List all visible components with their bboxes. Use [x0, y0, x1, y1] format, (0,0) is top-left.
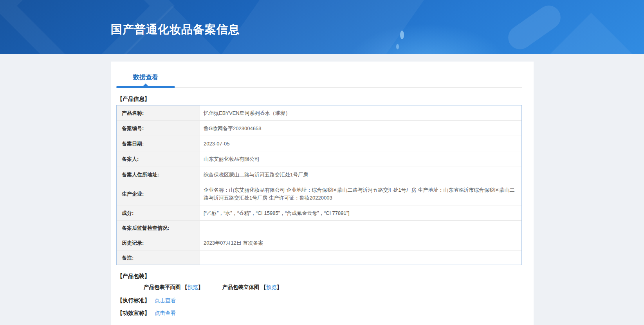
row-value: 忆佰氛EBYVEN星河系列香水（璀璨） — [200, 105, 521, 120]
table-row: 备案后监督检查情况: — [117, 221, 521, 235]
bracket-open: 【 — [182, 284, 188, 290]
row-value: 2023-07-05 — [200, 136, 521, 151]
packaging-stereo-preview-link[interactable]: 预览 — [266, 284, 277, 290]
tab-active-indicator — [116, 86, 175, 88]
row-label: 备案日期: — [117, 136, 200, 151]
product-info-section-title: 【产品信息】 — [117, 96, 522, 103]
packaging-stereo-item: 产品包装立体图 【预览】 — [222, 284, 282, 291]
header-decoration — [400, 31, 404, 39]
bracket-open: 【 — [261, 284, 266, 290]
row-value: 鲁G妆网备字2023004653 — [200, 121, 521, 136]
packaging-flat-item: 产品包装平面图 【预览】 — [144, 284, 203, 291]
standard-view-link[interactable]: 点击查看 — [155, 298, 176, 303]
table-row: 成分: [“乙醇”，“水”，“香精”，“CI 15985”，“合成氟金云母”，“… — [117, 205, 521, 221]
row-label: 备案后监督检查情况: — [117, 221, 200, 235]
packaging-stereo-label: 产品包装立体图 — [222, 284, 260, 290]
standard-section: 【执行标准】 点击查看 — [117, 297, 522, 304]
row-value: 山东艾丽化妆品有限公司 — [200, 151, 521, 166]
row-value: 企业名称：山东艾丽化妆品有限公司 企业地址：综合保税区蒙山二路与沂河五路交汇处1… — [200, 182, 521, 205]
table-row: 备案编号: 鲁G妆网备字2023004653 — [117, 121, 521, 136]
bracket-close: 】 — [198, 284, 204, 290]
bracket-close: 】 — [277, 284, 282, 290]
row-value — [200, 251, 521, 265]
efficacy-section: 【功效宣称】 点击查看 — [117, 310, 522, 317]
page-title: 国产普通化妆品备案信息 — [111, 22, 240, 38]
row-label: 备案人住所地址: — [117, 167, 200, 182]
table-row: 产品名称: 忆佰氛EBYVEN星河系列香水（璀璨） — [117, 105, 521, 121]
row-label: 备注: — [117, 251, 200, 265]
standard-section-title: 【执行标准】 — [117, 297, 150, 303]
tab-data-view[interactable]: 数据查看 — [116, 69, 175, 87]
row-label: 备案编号: — [117, 121, 200, 136]
row-value — [200, 221, 521, 235]
page-header: 国产普通化妆品备案信息 — [0, 0, 644, 54]
table-row: 历史记录: 2023年07月12日 首次备案 — [117, 235, 521, 251]
row-label: 成分: — [117, 205, 200, 220]
header-decoration — [503, 1, 565, 54]
tab-bar: 数据查看 — [116, 69, 522, 88]
row-value: 综合保税区蒙山二路与沂河五路交汇处1号厂房 — [200, 167, 521, 182]
row-label: 历史记录: — [117, 235, 200, 250]
row-label: 备案人: — [117, 151, 200, 166]
efficacy-section-title: 【功效宣称】 — [117, 310, 150, 316]
packaging-flat-preview-link[interactable]: 预览 — [188, 284, 198, 290]
tab-data-view-label: 数据查看 — [133, 74, 158, 80]
table-row: 备案人住所地址: 综合保税区蒙山二路与沂河五路交汇处1号厂房 — [117, 167, 521, 182]
header-decoration — [541, 13, 641, 54]
packaging-flat-label: 产品包装平面图 — [144, 284, 181, 290]
table-row: 备注: — [117, 251, 521, 265]
row-label: 产品名称: — [117, 105, 200, 120]
product-info-table: 产品名称: 忆佰氛EBYVEN星河系列香水（璀璨） 备案编号: 鲁G妆网备字20… — [116, 105, 522, 265]
packaging-row: 产品包装平面图 【预览】 产品包装立体图 【预览】 — [144, 284, 522, 291]
packaging-section-title: 【产品包装】 — [117, 273, 522, 280]
table-row: 生产企业: 企业名称：山东艾丽化妆品有限公司 企业地址：综合保税区蒙山二路与沂河… — [117, 182, 521, 205]
header-decoration — [345, 24, 509, 54]
table-row: 备案人: 山东艾丽化妆品有限公司 — [117, 151, 521, 167]
header-decoration — [396, 44, 399, 49]
efficacy-view-link[interactable]: 点击查看 — [155, 310, 176, 316]
row-value: [“乙醇”，“水”，“香精”，“CI 15985”，“合成氟金云母”，“CI 7… — [200, 205, 521, 220]
content-card: 数据查看 【产品信息】 产品名称: 忆佰氛EBYVEN星河系列香水（璀璨） 备案… — [111, 62, 534, 325]
table-row: 备案日期: 2023-07-05 — [117, 136, 521, 151]
row-label: 生产企业: — [117, 182, 200, 205]
row-value: 2023年07月12日 首次备案 — [200, 235, 521, 250]
